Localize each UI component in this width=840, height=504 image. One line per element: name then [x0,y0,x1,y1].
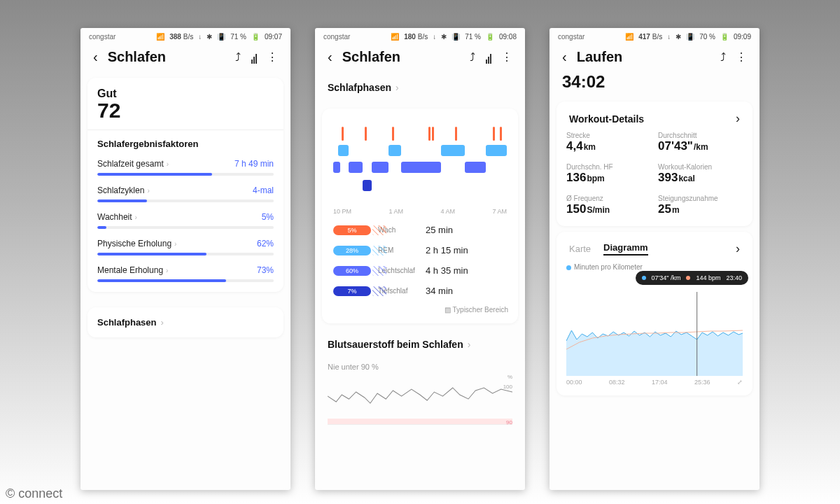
phone-sleep-score: congstar 📶 388 B/s ↓ ✱ 📳 71 % 🔋 09:07 ‹ … [80,28,290,490]
phase-legend-row: 5% Wach 25 min [333,225,507,235]
stat-label: Steigungszunahme [658,195,743,202]
phase-duration: 25 min [426,225,453,235]
net-speed: 388 B/s [169,33,193,41]
spo2-chart: % 100 90 [328,375,512,425]
stat-cell: Durchschn. HF 136bpm [566,163,651,185]
stat-value: 4,4 [566,139,583,153]
stat-value: 393 [658,171,678,184]
phases-heading[interactable]: Schlafphasen [315,72,525,103]
share-icon[interactable]: ⤴ [470,51,475,64]
factor-label: Schlafzeit gesamt› [97,159,169,169]
page-title: Schlafen [342,49,460,65]
factor-bar [97,253,274,255]
workout-details-card: Workout-Details › Strecke 4,4km Durchsch… [556,102,752,226]
factor-label: Physische Erholung› [97,239,176,248]
phases-link-label: Schlafphasen [97,317,164,328]
bt-icon: ↓ [198,33,202,41]
status-bar: congstar 📶 417 B/s ↓✱📳 70 % 🔋 09:09 [550,28,760,45]
header: ‹ Schlafen ⤴ ⋮ [80,45,290,72]
factor-bar [97,200,274,202]
stat-cell: Durchschnitt 07'43"/km [658,132,743,153]
factor-row[interactable]: Schlafzyklen› 4-mal [97,186,274,195]
share-icon[interactable]: ⤴ [720,51,726,64]
clock: 09:07 [265,33,282,41]
stat-value: 136 [566,171,586,184]
stat-cell: Strecke 4,4km [566,132,651,153]
back-button[interactable]: ‹ [328,49,332,65]
more-icon[interactable]: ⋮ [267,50,278,64]
chart-card: Karte Diagramm › Minuten pro Kilometer 0… [556,232,752,396]
phase-duration: 2 h 15 min [426,245,468,255]
stat-unit: /km [694,142,708,152]
factor-bar [97,226,274,229]
workout-duration: 34:02 [550,72,760,96]
status-bar: congstar 📶 180 B/s ↓✱📳 71 % 🔋 09:08 [315,28,525,45]
phase-legend-row: 28% REM 2 h 15 min [333,245,507,255]
chart-xaxis: 10 PM1 AM 4 AM7 AM [333,208,507,215]
tab-chart[interactable]: Diagramm [603,242,648,255]
factor-value: 62% [257,239,274,248]
factor-row[interactable]: Mentale Erholung› 73% [97,265,274,275]
svg-rect-0 [328,419,512,424]
spo2-heading[interactable]: Blutsauerstoff beim Schlafen [315,329,525,360]
expand-icon[interactable]: ⤢ [737,379,743,386]
status-bar: congstar 📶 388 B/s ↓ ✱ 📳 71 % 🔋 09:07 [80,28,290,45]
phone-sleep-phases: congstar 📶 180 B/s ↓✱📳 71 % 🔋 09:08 ‹ Sc… [315,28,525,490]
factor-label: Wachheit› [97,212,137,222]
header: ‹ Schlafen ⤴ ⋮ [315,45,525,72]
phone-run: congstar 📶 417 B/s ↓✱📳 70 % 🔋 09:09 ‹ La… [550,28,760,490]
tab-map[interactable]: Karte [569,244,591,254]
more-icon[interactable]: ⋮ [501,50,512,64]
run-chart[interactable] [566,292,743,376]
stat-label: Ø Frequenz [566,195,651,202]
run-xaxis: 00:0008:32 17:0425:36 ⤢ [566,379,743,386]
vibrate-icon: ✱ [206,33,212,41]
stat-value: 150 [566,202,586,216]
stat-unit: S/min [587,205,610,215]
back-button[interactable]: ‹ [93,49,98,65]
factor-bar [97,173,274,176]
stat-label: Workout-Kalorien [658,163,743,171]
back-button[interactable]: ‹ [562,49,567,65]
dnd-icon: 📳 [217,33,225,41]
factor-row[interactable]: Schlafzeit gesamt› 7 h 49 min [97,159,274,169]
stats-icon[interactable] [485,51,491,64]
score-card: Gut 72 Schlafergebnisfaktoren Schlafzeit… [88,78,284,292]
signal-icon: 📶 [625,33,634,41]
score-value: 72 [97,99,274,122]
battery-label: 71 % [230,33,246,41]
stat-value: 25 [658,202,671,216]
phase-duration: 34 min [426,286,453,296]
carrier-label: congstar [89,33,115,41]
stat-unit: kcal [678,174,694,183]
typical-range-label: ▨ Typischer Bereich [332,306,508,314]
stat-unit: km [584,142,596,152]
sleep-phase-chart [333,121,507,205]
chart-tabs: Karte Diagramm [569,242,648,255]
more-icon[interactable]: ⋮ [736,50,747,64]
stats-icon[interactable] [251,51,257,64]
factor-row[interactable]: Physische Erholung› 62% [97,239,274,248]
phases-card: 10 PM1 AM 4 AM7 AM 5% Wach 25 min 28% RE… [322,108,518,323]
stat-value: 07'43" [658,139,693,153]
chevron-right-icon[interactable]: › [736,111,740,126]
stat-label: Strecke [566,132,651,139]
chart-tooltip: 07'34" /km 144 bpm 23:40 [636,271,749,285]
stat-cell: Workout-Kalorien 393kcal [658,163,743,185]
phases-link-card[interactable]: Schlafphasen [88,307,284,337]
factor-value: 7 h 49 min [234,159,274,169]
header: ‹ Laufen ⤴ ⋮ [550,45,760,72]
phase-duration: 4 h 35 min [426,265,468,276]
stat-cell: Steigungszunahme 25m [658,195,743,216]
factor-value: 5% [262,212,274,222]
signal-icon: 📶 [156,33,164,41]
copyright: © connect [6,486,62,501]
phase-legend-row: 7% Tiefschlaf 34 min [333,286,507,296]
page-title: Schlafen [108,49,225,65]
spo2-subtitle: Nie unter 90 % [328,363,512,371]
factor-value: 4-mal [253,186,274,195]
chevron-right-icon[interactable]: › [736,241,740,256]
signal-icon: 📶 [391,33,399,41]
factor-row[interactable]: Wachheit› 5% [97,212,274,222]
share-icon[interactable]: ⤴ [235,51,241,64]
